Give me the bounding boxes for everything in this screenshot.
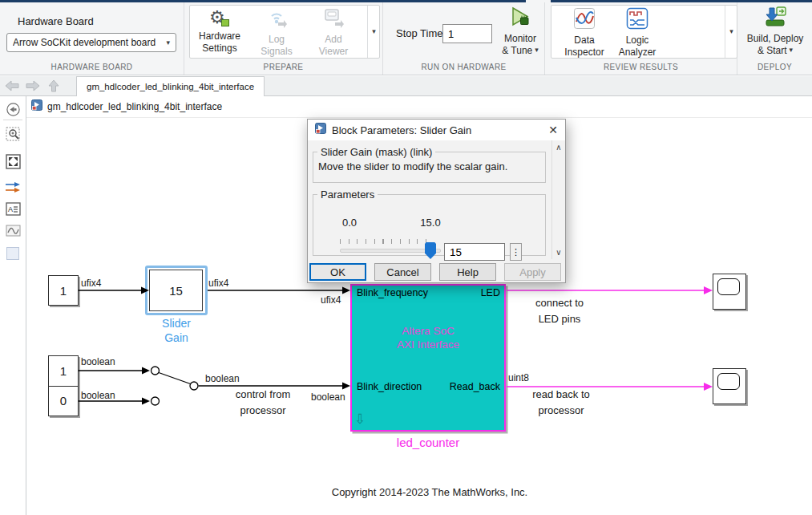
port-label-blink-direction: Blink_direction	[357, 381, 422, 392]
chevron-down-icon: ▾	[790, 47, 794, 54]
close-icon[interactable]: ✕	[548, 124, 558, 136]
port-label-led: LED	[481, 287, 500, 298]
hide-browser-button[interactable]	[6, 103, 20, 120]
button-label-line: Analyzer	[619, 47, 656, 59]
breadcrumb-model-name[interactable]: gm_hdlcoder_led_blinking_4bit_interface	[47, 101, 222, 112]
scroll-up-icon[interactable]: ∧	[552, 143, 565, 152]
button-label-line: Add	[325, 34, 341, 46]
constant-value: 1	[60, 284, 67, 298]
log-signals-icon	[265, 7, 288, 32]
mask-title: Slider Gain (mask) (link)	[317, 146, 435, 158]
zoom-region-tool[interactable]	[6, 127, 21, 145]
back-button[interactable]	[5, 80, 19, 95]
section-prepare: ⚙ Hardware Settings	[184, 2, 383, 75]
slider-ticks	[340, 239, 434, 244]
button-label-line: Signals	[261, 46, 292, 58]
constant-block-ufix4[interactable]: 1	[48, 275, 79, 306]
section-label-run-on-hardware: RUN ON HARDWARE	[383, 63, 544, 71]
signal-type-label: boolean	[311, 391, 345, 403]
apply-button[interactable]: Apply	[504, 263, 561, 281]
gain-slider-thumb[interactable]	[425, 242, 436, 259]
section-review-results: Data Inspector Logic Analyzer	[545, 2, 737, 75]
area-tool[interactable]	[6, 247, 19, 260]
stop-time-input[interactable]	[442, 24, 492, 43]
hardware-board-select[interactable]: Arrow SoCKit development board ▾	[6, 33, 176, 52]
model-tab-bar: gm_hdlcoder_led_blinking_4bit_interface	[0, 76, 812, 96]
scope-block-readback[interactable]	[713, 368, 746, 404]
simulink-window: Hardware Board Arrow SoCKit development …	[0, 0, 812, 515]
parameters-label: Parameters	[317, 189, 378, 201]
button-label-line: & Start	[757, 45, 787, 57]
build-deploy-button[interactable]: Build, Deploy & Start▾	[744, 6, 806, 56]
monitor-tune-button[interactable]: Monitor & Tune▾	[497, 6, 543, 56]
gain-value-input[interactable]	[444, 243, 505, 261]
slider-max-label: 15.0	[416, 217, 445, 229]
logic-analyzer-icon	[626, 7, 648, 33]
simulink-model-icon	[31, 99, 42, 114]
signal-routing-tool[interactable]	[5, 181, 21, 197]
section-label-hardware-board: HARDWARE BOARD	[0, 63, 184, 71]
led-counter-subsystem[interactable]: Blink_frequency LED Blink_direction Read…	[350, 284, 506, 432]
up-button[interactable]	[48, 79, 59, 95]
forward-button[interactable]	[26, 80, 40, 95]
review-gallery-arrow[interactable]: ▾	[725, 6, 737, 58]
chevron-down-icon: ▾	[729, 28, 733, 35]
slider-gain-label: SliderGain	[145, 316, 208, 345]
boolean-constants-block[interactable]: 1 0	[48, 355, 79, 416]
manual-switch[interactable]	[148, 363, 200, 408]
scope-block-led[interactable]	[713, 274, 746, 310]
monitor-tune-icon	[509, 6, 531, 31]
signal-type-label: boolean	[205, 373, 240, 384]
data-inspector-button[interactable]: Data Inspector	[557, 7, 612, 58]
mask-description-group: Slider Gain (mask) (link) Move the slide…	[313, 146, 546, 183]
parameters-group: Parameters 0.0 15.0 ⋮	[313, 189, 546, 256]
chevron-down-icon: ▾	[166, 39, 170, 47]
tab-model-label: gm_hdlcoder_led_blinking_4bit_interface	[87, 82, 254, 91]
section-deploy: Build, Deploy & Start▾ DEPLOY	[737, 2, 812, 75]
ok-button[interactable]: OK	[309, 263, 366, 281]
subsystem-title: Altera SoCAXI Interface	[352, 324, 504, 351]
viewer-tool[interactable]	[6, 225, 21, 240]
chevron-down-icon: ▾	[372, 28, 376, 35]
cancel-button[interactable]: Cancel	[374, 263, 431, 281]
button-label-line: Logic	[626, 34, 649, 47]
logic-analyzer-button[interactable]: Logic Analyzer	[610, 7, 665, 58]
annotation-tool[interactable]: A	[6, 202, 21, 219]
dialog-scrollbar[interactable]: ∧ ∨	[551, 140, 565, 259]
add-viewer-icon	[322, 7, 345, 32]
palette-strip: A	[0, 96, 26, 515]
gain-options-button[interactable]: ⋮	[510, 243, 522, 261]
button-label-line: Data	[574, 34, 594, 47]
prepare-group: ⚙ Hardware Settings	[189, 5, 380, 59]
signal-type-label: ufix4	[81, 278, 101, 289]
annotation-control: control fromprocessor	[215, 387, 311, 419]
hardware-settings-button[interactable]: ⚙ Hardware Settings	[192, 7, 247, 54]
slider-gain-block[interactable]: 15	[149, 270, 203, 311]
fit-to-view-tool[interactable]	[6, 154, 21, 172]
button-label-line: Log	[269, 34, 285, 46]
scope-screen	[717, 278, 740, 295]
constant-one: 1	[49, 356, 78, 387]
review-group: Data Inspector Logic Analyzer	[551, 5, 737, 59]
button-label-line: Hardware	[199, 30, 240, 43]
port-label-blink-frequency: Blink_frequency	[357, 287, 428, 298]
gain-display-value: 15	[169, 284, 183, 298]
signal-type-label: boolean	[81, 356, 115, 367]
mask-description: Move the slider to modify the scalar gai…	[313, 158, 545, 172]
toolstrip: Hardware Board Arrow SoCKit development …	[0, 0, 812, 75]
subsystem-arrow-icon[interactable]: ⇩	[354, 411, 366, 428]
slider-min-label: 0.0	[337, 217, 362, 229]
prepare-gallery-arrow[interactable]: ▾	[367, 6, 380, 58]
subsystem-name-label: led_counter	[350, 435, 506, 451]
log-signals-button[interactable]: Log Signals	[250, 7, 303, 57]
chevron-down-icon: ▾	[535, 47, 539, 54]
annotation-readback: read back toprocessor	[521, 387, 601, 419]
dialog-titlebar[interactable]: Block Parameters: Slider Gain ✕	[308, 120, 565, 140]
signal-type-label: uint8	[508, 372, 529, 383]
tab-model[interactable]: gm_hdlcoder_led_blinking_4bit_interface	[76, 76, 265, 96]
add-viewer-button[interactable]: Add Viewer	[307, 7, 360, 57]
help-button[interactable]: Help	[439, 263, 496, 281]
scroll-down-icon[interactable]: ∨	[552, 248, 565, 257]
svg-text:A: A	[8, 205, 13, 213]
button-label-line: Inspector	[564, 47, 604, 59]
